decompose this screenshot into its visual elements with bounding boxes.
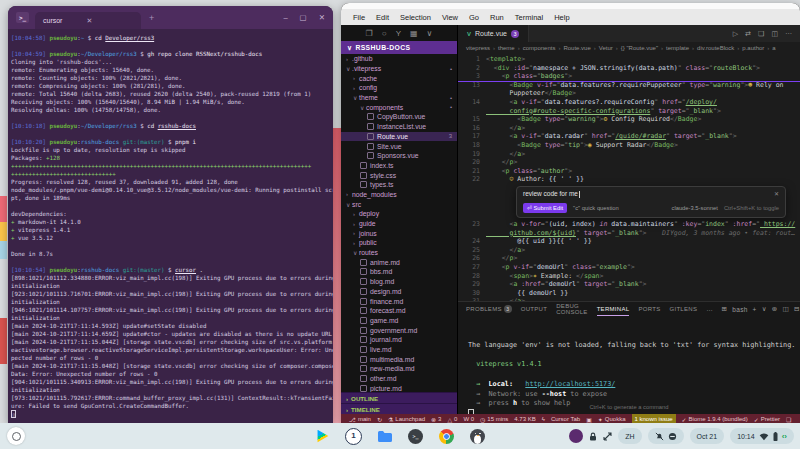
terminal-titlebar[interactable]: >_ cursor ✕ + – ▢ ✕: [8, 6, 333, 29]
tree-item-design.md[interactable]: design.md: [341, 287, 457, 297]
back-forward-icon[interactable]: ⇄: [745, 30, 751, 38]
tree-item-.vitepress[interactable]: ∨.vitepress•: [341, 64, 457, 74]
tree-item-forecast.md[interactable]: forecast.md: [341, 306, 457, 316]
model-selector[interactable]: claude-3.5-sonnet: [671, 204, 717, 213]
split-editor-icon[interactable]: ◫: [771, 30, 778, 38]
panel-tab-gitlens[interactable]: GITLENS: [669, 302, 697, 316]
tree-item-government.md[interactable]: government.md: [341, 325, 457, 335]
shelf-app-chrome[interactable]: [438, 427, 456, 445]
close-tab-icon[interactable]: ✕: [86, 17, 92, 25]
tree-item-blog.md[interactable]: blog.md: [341, 277, 457, 287]
tree-item-anime.md[interactable]: anime.md: [341, 257, 457, 267]
status-quokka[interactable]: ✦Quokka: [598, 416, 626, 423]
tree-item-deploy[interactable]: ›deploy: [341, 209, 457, 219]
status-errors[interactable]: ⊗3: [431, 416, 441, 423]
tree-item-CopyButton.vue[interactable]: CopyButton.vue: [341, 112, 457, 122]
ai-prompt-input[interactable]: review code for me: [523, 190, 578, 199]
status-area[interactable]: 10:14 ‹›: [730, 428, 794, 444]
tree-item-picture.md[interactable]: picture.md: [341, 383, 457, 392]
tree-item-public[interactable]: ›public: [341, 238, 457, 248]
tree-item-joinus[interactable]: ›joinus: [341, 228, 457, 238]
tree-item-guide[interactable]: ›guide: [341, 219, 457, 229]
menu-help[interactable]: Help: [554, 13, 569, 22]
integrated-terminal[interactable]: The language 'env' is not loaded, fallin…: [458, 316, 800, 414]
tree-item-other.md[interactable]: other.md: [341, 374, 457, 384]
open-changes-icon[interactable]: ❏: [758, 30, 764, 38]
terminal-list-icon[interactable]: ⊞: [722, 305, 728, 313]
tree-item-new-media.md[interactable]: new-media.md: [341, 364, 457, 374]
search-icon[interactable]: ○: [382, 29, 387, 38]
shelf-app-files[interactable]: [376, 427, 394, 445]
minimize-button[interactable]: –: [283, 13, 287, 22]
status-screencast-icon[interactable]: ▣: [586, 416, 592, 423]
split-terminal-icon[interactable]: ◫: [783, 305, 789, 313]
avatar[interactable]: [569, 429, 583, 443]
tree-item-style.css[interactable]: style.css: [341, 170, 457, 180]
menu-file[interactable]: File: [353, 13, 365, 22]
close-button[interactable]: ✕: [319, 13, 325, 22]
tree-item-multimedia.md[interactable]: multimedia.md: [341, 354, 457, 364]
outline-section[interactable]: › OUTLINE: [341, 392, 457, 403]
status-w-counter[interactable]: W 0: [463, 416, 474, 422]
shell-label[interactable]: bash: [732, 306, 747, 313]
tree-item-config[interactable]: ›config: [341, 83, 457, 93]
tree-item-node_modules[interactable]: ›node_modules: [341, 190, 457, 200]
menu-run[interactable]: Run: [490, 13, 504, 22]
extensions-icon[interactable]: ▦: [410, 29, 418, 38]
status-sync-icon[interactable]: ↻: [377, 416, 382, 423]
status-bolt-icon[interactable]: ϟ: [542, 416, 545, 422]
menu-selection[interactable]: Selection: [400, 13, 431, 22]
terminal-tab[interactable]: cursor ✕: [35, 12, 141, 29]
tree-item-finance.md[interactable]: finance.md: [341, 296, 457, 306]
status-cursor-tab[interactable]: Cursor Tab: [551, 416, 580, 422]
shelf-app-penguin[interactable]: [469, 427, 487, 445]
tree-item-components[interactable]: ∨components•: [341, 102, 457, 112]
new-terminal-icon[interactable]: +: [753, 306, 757, 313]
tree-item-journal.md[interactable]: journal.md: [341, 335, 457, 345]
editor-tab-route-vue[interactable]: V Route.vue 3: [458, 25, 529, 42]
tree-item-Sponsors.vue[interactable]: Sponsors.vue: [341, 151, 457, 161]
tree-item-Route.vue[interactable]: Route.vue3: [341, 132, 457, 142]
status-wakatime[interactable]: ◷15 mins: [480, 416, 508, 423]
run-icon[interactable]: ▷: [733, 30, 738, 38]
tree-item-Site.vue[interactable]: Site.vue: [341, 141, 457, 151]
tree-item-bbs.md[interactable]: bbs.md: [341, 267, 457, 277]
date-pill[interactable]: Oct 21: [690, 428, 725, 444]
kill-terminal-icon[interactable]: ⊟: [794, 305, 800, 313]
menu-view[interactable]: View: [442, 13, 458, 22]
panel-tab-debug-console[interactable]: DEBUG CONSOLE: [556, 302, 587, 316]
terminal-output[interactable]: [10:04:58] pseudoyu:~ $ cd Developer/rss…: [8, 29, 333, 425]
status-file-size[interactable]: 4.73 KB: [514, 416, 535, 422]
breadcrumb-item[interactable]: theme: [498, 45, 515, 51]
tree-item-routes[interactable]: ∨routes: [341, 248, 457, 258]
ime-indicator[interactable]: ZH: [618, 428, 641, 444]
maximize-button[interactable]: ▢: [300, 13, 307, 22]
tree-item-InstanceList.vue[interactable]: InstanceList.vue: [341, 122, 457, 132]
more-actions-icon[interactable]: ⋯: [785, 30, 792, 38]
launcher-button[interactable]: [7, 427, 25, 445]
panel-tab-output[interactable]: OUTPUT: [521, 302, 547, 316]
breadcrumb-item[interactable]: Route.vue: [563, 45, 590, 51]
tree-item-index.ts[interactable]: index.ts: [341, 161, 457, 171]
status-launchpad[interactable]: ⚗Launchpad: [388, 416, 425, 423]
panel-tab-terminal[interactable]: TERMINAL: [597, 302, 630, 316]
chevron-down-icon[interactable]: ∨: [427, 29, 433, 38]
breadcrumb-item[interactable]: components: [523, 45, 556, 51]
menu-go[interactable]: Go: [469, 13, 479, 22]
shelf-app-1password[interactable]: 1: [345, 427, 363, 445]
explorer-root[interactable]: ∨ RSSHUB-DOCS: [341, 41, 457, 54]
tree-item-game.md[interactable]: game.md: [341, 316, 457, 326]
status-biome[interactable]: ✓Biome 1.9.4 (bundled): [682, 416, 748, 423]
terminal-settings-icon[interactable]: ⊛: [772, 305, 778, 313]
terminal-dropdown-icon[interactable]: ∨: [762, 305, 767, 313]
new-tab-button[interactable]: +: [149, 13, 154, 23]
breadcrumb-item[interactable]: vitepress: [466, 45, 490, 51]
status-warnings[interactable]: △0: [447, 416, 457, 423]
breadcrumb-item[interactable]: Vetur: [599, 45, 613, 51]
breadcrumb-item[interactable]: a: [772, 45, 775, 51]
panel-tab-⋯[interactable]: ⋯: [706, 302, 712, 316]
code-area[interactable]: 1<template>2 <div :id="namespace + JSON.…: [458, 53, 800, 301]
explorer-icon[interactable]: ❐: [366, 29, 373, 38]
menu-edit[interactable]: Edit: [376, 13, 389, 22]
tree-item-cache[interactable]: ›cache: [341, 73, 457, 83]
